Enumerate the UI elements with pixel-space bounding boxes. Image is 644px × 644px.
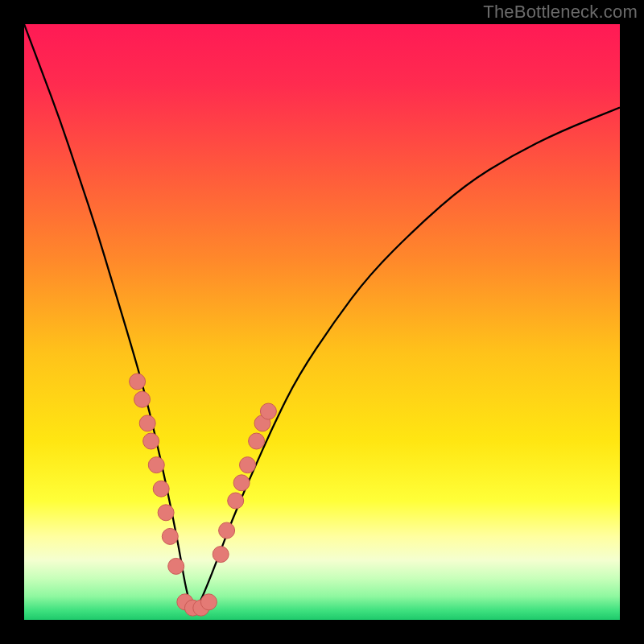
data-point — [158, 505, 174, 521]
data-point — [143, 433, 159, 449]
data-point — [162, 528, 178, 544]
plot-background — [24, 24, 620, 620]
bottleneck-chart — [0, 0, 644, 644]
watermark-text: TheBottleneck.com — [483, 2, 638, 23]
data-point — [130, 374, 146, 390]
data-point — [249, 433, 265, 449]
data-point — [240, 457, 256, 473]
chart-container: TheBottleneck.com — [0, 0, 644, 644]
data-point — [200, 594, 217, 610]
data-point — [228, 493, 244, 509]
data-point — [233, 475, 250, 491]
data-point — [153, 481, 169, 497]
data-point — [260, 403, 276, 419]
data-point — [139, 415, 155, 431]
data-point — [168, 558, 184, 574]
data-point — [219, 522, 235, 539]
data-point — [213, 547, 229, 563]
data-point — [148, 457, 164, 473]
data-point — [134, 391, 151, 407]
